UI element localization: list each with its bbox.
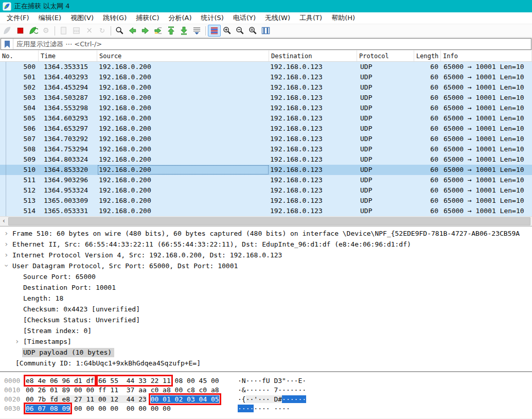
go-last-icon[interactable] (178, 25, 190, 37)
cell-time: 1364.603293 (39, 113, 97, 124)
colorize-icon[interactable] (208, 25, 221, 37)
packet-row[interactable]: 5061364.653297192.168.0.200192.168.0.123… (0, 124, 532, 134)
hex-bytes[interactable]: e8 4e 06 96 d1 df 66 55 44 33 22 11 08 0… (26, 376, 219, 386)
filter-bookmark-icon[interactable] (1, 39, 13, 49)
menu-item-go[interactable]: 跳转(G) (98, 12, 131, 24)
detail-line[interactable]: ›Frame 510: 60 bytes on wire (480 bits),… (0, 228, 532, 239)
display-filter-input[interactable]: 应用显示过滤器 ⋯ <Ctrl-/> (1, 38, 531, 50)
go-to-packet-icon[interactable] (152, 25, 165, 37)
column-header-source[interactable]: Source (97, 50, 269, 61)
packet-row[interactable]: 5091364.803324192.168.0.200192.168.0.123… (0, 154, 532, 165)
cell-src: 192.168.0.200 (97, 165, 269, 175)
menu-item-view[interactable]: 视图(V) (66, 12, 98, 24)
detail-line[interactable]: Destination Port: 10001 (0, 282, 532, 293)
collapsed-chevron-icon[interactable]: › (15, 336, 19, 347)
hex-segment: 00 00 00 00 00 00 00 00 (70, 405, 171, 412)
packet-row[interactable]: 5051364.603293192.168.0.200192.168.0.123… (0, 113, 532, 124)
detail-line[interactable]: ›User Datagram Protocol, Src Port: 65000… (0, 260, 532, 271)
column-header-destination[interactable]: Destination (269, 50, 357, 61)
collapsed-chevron-icon[interactable]: › (4, 228, 8, 239)
detail-line[interactable]: ›Internet Protocol Version 4, Src: 192.1… (0, 250, 532, 260)
find-packet-icon[interactable] (113, 25, 126, 37)
cell-proto: UDP (357, 82, 414, 93)
menu-item-help[interactable]: 帮助(H) (327, 12, 360, 24)
detail-line[interactable]: Checksum: 0x4423 [unverified] (0, 304, 532, 315)
menu-item-tools[interactable]: 工具(T) (295, 12, 327, 24)
column-header-no[interactable]: No. (0, 50, 39, 61)
hex-segment-red-boxed: 06 07 08 09 (26, 405, 70, 412)
menu-item-wireless[interactable]: 无线(W) (260, 12, 295, 24)
stop-capture-icon[interactable] (14, 25, 27, 37)
zoom-out-icon[interactable] (234, 25, 246, 37)
hex-row[interactable]: 0000e8 4e 06 96 d1 df 66 55 44 33 22 11 … (0, 376, 532, 386)
scrollbar-left-arrow-icon[interactable]: ‹ (0, 217, 8, 226)
detail-line[interactable]: Length: 18 (0, 293, 532, 304)
start-capture-icon (1, 25, 14, 37)
column-header-time[interactable]: Time (39, 50, 97, 61)
toolbar-separator (111, 26, 111, 36)
zoom-in-icon[interactable] (221, 25, 234, 37)
detail-line[interactable]: [Community ID: 1:G4bUqc1+9xkBhGdqea4Sqzu… (0, 358, 532, 369)
packet-row[interactable]: 5071364.703292192.168.0.200192.168.0.123… (0, 134, 532, 144)
detail-line[interactable]: [Stream index: 0] (0, 325, 532, 336)
detail-text: [Checksum Status: Unverified] (0, 316, 140, 324)
packet-row[interactable]: 5021364.453294192.168.0.200192.168.0.123… (0, 82, 532, 93)
packet-row[interactable]: 5081364.753294192.168.0.200192.168.0.123… (0, 144, 532, 154)
cell-proto: UDP (357, 185, 414, 196)
ascii-bytes[interactable]: ········ ···· (238, 404, 290, 413)
menu-item-edit[interactable]: 编辑(E) (34, 12, 66, 24)
menu-item-capture[interactable]: 捕获(C) (131, 12, 164, 24)
cell-info: 65000 → 10001 Len=10 (441, 175, 532, 185)
cell-len: 60 (414, 196, 441, 206)
svg-text:↻: ↻ (99, 27, 105, 34)
reload-icon: ↻ (96, 25, 109, 37)
detail-line[interactable]: ›[Timestamps] (0, 336, 532, 347)
packet-row-selected[interactable]: 5101364.853320192.168.0.200192.168.0.123… (0, 165, 532, 175)
column-header-length[interactable]: Length (414, 50, 441, 61)
cell-info: 65000 → 10001 Len=10 (441, 154, 532, 165)
hex-bytes[interactable]: 00 26 01 89 00 00 ff 11 37 aa c0 a8 00 c… (26, 386, 219, 395)
packet-row[interactable]: 5011364.403293192.168.0.200192.168.0.123… (0, 72, 532, 82)
cell-time: 1365.003309 (39, 196, 97, 206)
menu-item-telephony[interactable]: 电话(Y) (228, 12, 260, 24)
ascii-bytes[interactable]: ·N····fU D3"···E· (238, 376, 306, 386)
detail-line[interactable]: UDP payload (10 bytes) (0, 347, 532, 358)
detail-line[interactable]: ›Ethernet II, Src: 66:55:44:33:22:11 (66… (0, 239, 532, 250)
packet-row[interactable]: 5141365.053331192.168.0.200192.168.0.123… (0, 206, 532, 216)
collapsed-chevron-icon[interactable]: › (4, 250, 8, 260)
packet-row[interactable]: 5111364.903296192.168.0.200192.168.0.123… (0, 175, 532, 185)
cell-dst: 192.168.0.123 (269, 134, 357, 144)
expanded-chevron-icon[interactable]: › (1, 264, 12, 268)
detail-line[interactable]: Source Port: 65000 (0, 271, 532, 282)
hex-bytes[interactable]: 00 7b fd e8 27 11 00 12 44 23 00 01 02 0… (26, 395, 219, 404)
packet-row[interactable]: 5031364.503287192.168.0.200192.168.0.123… (0, 93, 532, 103)
auto-scroll-icon[interactable] (190, 25, 203, 37)
resize-columns-icon[interactable] (259, 25, 272, 37)
scrollbar-thumb[interactable] (8, 217, 530, 225)
menu-item-file[interactable]: 文件(F) (2, 12, 34, 24)
go-back-icon[interactable] (126, 25, 139, 37)
packet-row[interactable]: 5041364.553298192.168.0.200192.168.0.123… (0, 103, 532, 113)
go-first-icon[interactable] (165, 25, 178, 37)
collapsed-chevron-icon[interactable]: › (4, 239, 8, 250)
ascii-bytes[interactable]: ·&······ 7······· (238, 386, 306, 395)
column-header-protocol[interactable]: Protocol (357, 50, 414, 61)
packet-row[interactable]: 5121364.953324192.168.0.200192.168.0.123… (0, 185, 532, 196)
packet-row[interactable]: 5131365.003309192.168.0.200192.168.0.123… (0, 196, 532, 206)
packet-row[interactable]: 5001364.353315192.168.0.200192.168.0.123… (0, 62, 532, 72)
zoom-reset-icon[interactable] (246, 25, 259, 37)
hex-row[interactable]: 001000 26 01 89 00 00 ff 11 37 aa c0 a8 … (0, 386, 532, 395)
cell-info: 65000 → 10001 Len=10 (441, 113, 532, 124)
go-forward-icon[interactable] (139, 25, 152, 37)
title-bar[interactable]: 正在捕获 以太网 4 (0, 0, 532, 12)
menu-item-analyze[interactable]: 分析(A) (164, 12, 196, 24)
hex-bytes[interactable]: 06 07 08 09 00 00 00 00 00 00 00 00 (26, 404, 171, 413)
restart-capture-icon[interactable] (27, 25, 40, 37)
menu-item-statistics[interactable]: 统计(S) (197, 12, 228, 24)
hex-dump-pane: 0000e8 4e 06 96 d1 df 66 55 44 33 22 11 … (0, 371, 532, 418)
hex-row[interactable]: 002000 7b fd e8 27 11 00 12 44 23 00 01 … (0, 395, 532, 404)
hex-row[interactable]: 003006 07 08 09 00 00 00 00 00 00 00 00·… (0, 404, 532, 413)
column-header-info[interactable]: Info (441, 50, 532, 61)
ascii-bytes[interactable]: ·{··'··· D#······ (238, 395, 306, 404)
detail-line[interactable]: [Checksum Status: Unverified] (0, 315, 532, 325)
